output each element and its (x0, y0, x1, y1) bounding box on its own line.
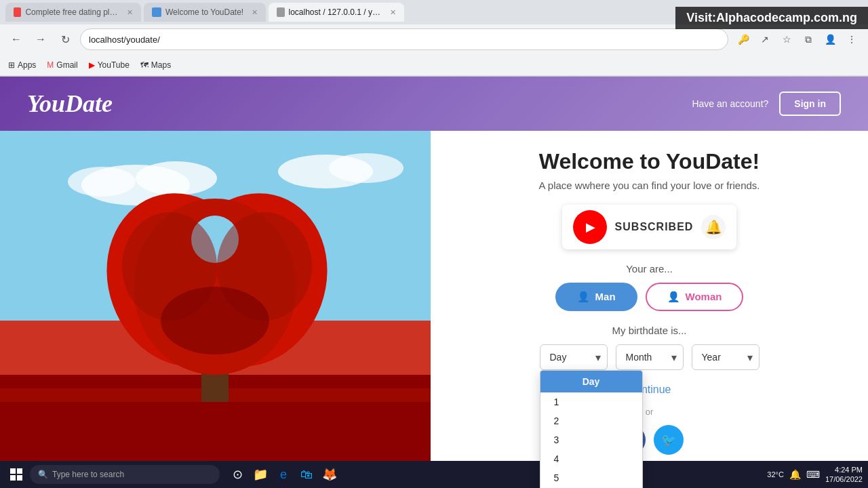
woman-icon: 👤 (667, 291, 680, 303)
taskbar-time-display: 4:24 PM (825, 465, 863, 474)
heart-image (0, 131, 431, 488)
taskbar-right: 32°C 🔔 ⌨ 4:24 PM 17/06/2022 (767, 465, 863, 485)
browser-tab-3[interactable]: localhost / 127.0.0.1 / youdate... ✕ (269, 3, 404, 22)
dropdown-item[interactable]: 3 (540, 430, 642, 449)
windows-logo (10, 468, 22, 481)
youtube-icon: ▶ (89, 60, 95, 70)
share-icon[interactable]: ↗ (755, 30, 774, 49)
month-select-wrapper: Month (616, 344, 684, 370)
taskbar-app-cortana[interactable]: ⊙ (228, 465, 247, 484)
tab2-label: Welcome to YouDate! (165, 7, 243, 17)
subscribe-banner: SUBSCRIBED 🔔 (562, 205, 737, 249)
tab1-close[interactable]: ✕ (127, 8, 133, 17)
star-icon[interactable]: ☆ (777, 30, 796, 49)
maps-icon: 🗺 (140, 60, 149, 70)
back-button[interactable]: ← (7, 30, 26, 49)
bookmark-apps[interactable]: ⊞ Apps (8, 60, 36, 70)
taskbar-app-firefox[interactable]: 🦊 (320, 465, 339, 484)
bookmarks-bar: ⊞ Apps M Gmail ▶ YouTube 🗺 Maps (0, 54, 868, 76)
taskbar-date-display: 17/06/2022 (825, 474, 863, 484)
day-select[interactable]: Day (540, 344, 608, 370)
day-dropdown: Day 12345678910111213141516171819 (540, 370, 643, 489)
bookmark-youtube-label: YouTube (98, 60, 130, 70)
key-icon[interactable]: 🔑 (734, 30, 753, 49)
profile-icon[interactable]: 👤 (821, 30, 840, 49)
page-content: YouDate Have an account? Sign in (0, 77, 868, 488)
bookmark-gmail-label: Gmail (56, 60, 77, 70)
date-selects: Day Day 12345678910111213141516171819 Mo… (540, 344, 760, 370)
tab1-favicon (14, 7, 21, 17)
taskbar-app-edge[interactable]: e (274, 465, 293, 484)
month-select[interactable]: Month (616, 344, 684, 370)
site-logo: YouDate (27, 89, 113, 118)
birthdate-label: My birthdate is... (612, 325, 686, 336)
tab1-label: Complete free dating platform 5 (25, 7, 119, 17)
taskbar-search-text: Type here to search (52, 470, 124, 479)
woman-button[interactable]: 👤 Woman (646, 283, 744, 311)
svg-point-4 (68, 167, 136, 197)
signin-button[interactable]: Sign in (779, 92, 841, 116)
welcome-title: Welcome to YouDate! (539, 149, 760, 174)
notification-icon: 🔔 (789, 469, 801, 480)
year-select-wrapper: Year (692, 344, 760, 370)
taskbar: 🔍 Type here to search ⊙ 📁 e 🛍 🦊 32°C 🔔 ⌨… (0, 461, 868, 488)
welcome-subtitle: A place wwhere you can find your love or… (538, 180, 760, 191)
bookmark-youtube[interactable]: ▶ YouTube (89, 60, 130, 70)
youtube-play-button[interactable] (573, 210, 607, 244)
bookmark-gmail[interactable]: M Gmail (47, 60, 77, 70)
dropdown-item[interactable]: 2 (540, 411, 642, 430)
taskbar-apps: ⊙ 📁 e 🛍 🦊 (228, 465, 339, 484)
subscribed-label: SUBSCRIBED (615, 221, 694, 233)
toolbar-icons: 🔑 ↗ ☆ ⧉ 👤 ⋮ (734, 30, 861, 49)
year-select[interactable]: Year (692, 344, 760, 370)
bookmark-apps-label: Apps (18, 60, 36, 70)
bookmark-maps[interactable]: 🗺 Maps (140, 60, 171, 70)
bookmark-maps-label: Maps (151, 60, 171, 70)
dropdown-item[interactable]: 5 (540, 468, 642, 487)
day-select-wrapper: Day Day 12345678910111213141516171819 (540, 344, 608, 370)
watermark: Visit:Alphacodecamp.com.ng (675, 7, 868, 29)
extensions-icon[interactable]: ⧉ (799, 30, 818, 49)
tab3-close[interactable]: ✕ (390, 8, 396, 17)
svg-point-3 (136, 161, 217, 195)
right-panel: Welcome to YouDate! A place wwhere you c… (431, 131, 868, 488)
taskbar-temp: 32°C (767, 470, 784, 479)
keyboard-icon: ⌨ (806, 469, 820, 480)
dropdown-items: 12345678910111213141516171819 (540, 392, 642, 489)
browser-tab-1[interactable]: Complete free dating platform 5 ✕ (5, 3, 141, 22)
apps-icon: ⊞ (8, 60, 15, 70)
reload-button[interactable]: ↻ (56, 30, 75, 49)
taskbar-search[interactable]: 🔍 Type here to search (30, 465, 220, 484)
or-text: or (646, 407, 654, 417)
tab3-label: localhost / 127.0.0.1 / youdate... (289, 7, 382, 17)
header-right: Have an account? Sign in (692, 92, 841, 116)
man-button[interactable]: 👤 Man (555, 283, 637, 311)
have-account-text: Have an account? (692, 98, 768, 109)
svg-point-6 (329, 153, 403, 183)
left-panel (0, 131, 431, 488)
taskbar-app-store[interactable]: 🛍 (297, 465, 316, 484)
dropdown-item[interactable]: 4 (540, 449, 642, 468)
site-header: YouDate Have an account? Sign in (0, 77, 868, 131)
tab3-favicon (277, 7, 284, 17)
address-bar[interactable]: localhost/youdate/ (80, 28, 728, 50)
taskbar-clock: 4:24 PM 17/06/2022 (825, 465, 863, 485)
tab2-favicon (152, 7, 161, 17)
browser-tab-2[interactable]: Welcome to YouDate! ✕ (144, 3, 266, 22)
dropdown-item[interactable]: 1 (540, 392, 642, 411)
address-text: localhost/youdate/ (89, 35, 160, 45)
taskbar-app-explorer[interactable]: 📁 (251, 465, 270, 484)
tab2-close[interactable]: ✕ (252, 8, 258, 17)
your-are-label: Your are... (626, 263, 673, 274)
man-icon: 👤 (577, 291, 590, 303)
twitter-button[interactable]: 🐦 (654, 425, 684, 455)
search-icon: 🔍 (38, 470, 48, 479)
svg-point-16 (161, 287, 269, 354)
dropdown-header: Day (540, 371, 642, 392)
start-button[interactable] (5, 464, 27, 485)
main-layout: Welcome to YouDate! A place wwhere you c… (0, 131, 868, 488)
bell-icon[interactable]: 🔔 (701, 215, 726, 239)
gender-buttons: 👤 Man 👤 Woman (555, 283, 744, 311)
forward-button[interactable]: → (31, 30, 50, 49)
menu-icon[interactable]: ⋮ (842, 30, 861, 49)
